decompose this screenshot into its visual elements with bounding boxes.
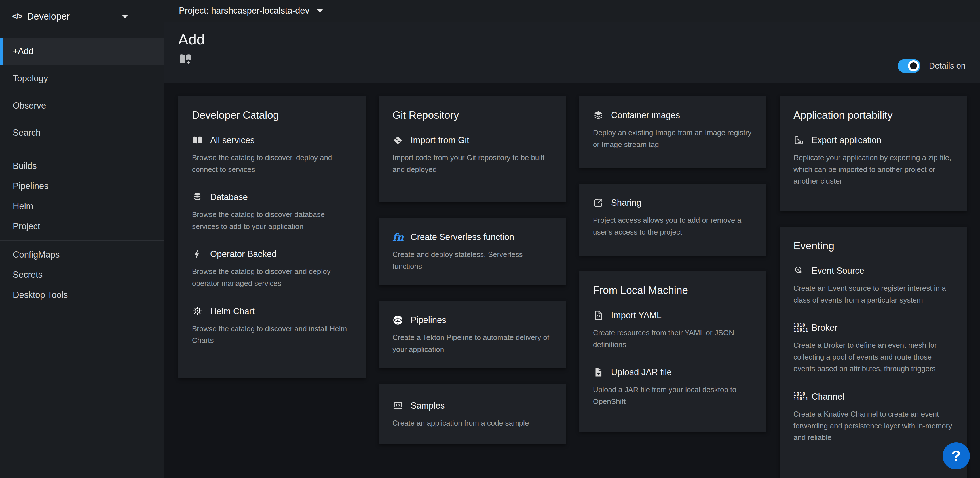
catalog-item-description: Create an Event source to register inter… [794,283,953,306]
catalog-item-samples[interactable]: SamplesCreate an application from a code… [393,400,552,429]
catalog-item-container-images[interactable]: Container imagesDeploy an existing Image… [593,110,753,151]
catalog-item-label: Export application [811,135,881,145]
catalog-item-channel[interactable]: 101011011ChannelCreate a Knative Channel… [794,391,953,444]
catalog-item-head: 101011011Broker [794,322,953,334]
sidebar-item-search[interactable]: Search [0,119,164,146]
catalog-item-head: All services [192,134,352,146]
catalog-item-upload-jar-file[interactable]: Upload JAR fileUpload a JAR file from yo… [593,366,753,407]
catalog-item-description: Create an application from a code sample [393,418,552,429]
sidebar-nav-group: BuildsPipelinesHelmProject [0,152,164,240]
catalog-item-label: Pipelines [410,315,446,325]
card-column: Container imagesDeploy an existing Image… [579,96,767,478]
layers-icon [593,110,605,121]
sidebar-nav-group: ConfigMapsSecretsDesktop Tools [0,240,164,309]
code-icon: </> [12,12,22,21]
catalog-item-create-serverless-function[interactable]: fnCreate Serverless functionCreate and d… [393,231,552,272]
chevron-down-icon [122,15,128,18]
catalog-item-head: Helm Chart [192,305,352,318]
catalog-item-description: Import code from your Git repository to … [393,152,552,175]
book-icon [192,134,204,146]
catalog-item-head: Upload JAR file [593,366,753,378]
catalog-item-label: Import YAML [611,310,662,321]
sidebar-item-secrets[interactable]: Secrets [0,265,164,285]
sidebar-item-add[interactable]: +Add [0,38,164,65]
share-icon [593,197,605,209]
card-title: Git Repository [393,110,552,121]
catalog-item-head: Export application [794,134,953,146]
helm-icon [192,305,204,318]
catalog-item-event-source[interactable]: Event SourceCreate an Event source to re… [794,265,953,306]
catalog-item-description: Browse the catalog to discover, deploy a… [192,152,352,175]
catalog-item-label: Helm Chart [210,306,255,316]
sidebar-nav-group: +AddTopologyObserveSearch [0,38,164,152]
card-create-serverless-function: fnCreate Serverless functionCreate and d… [379,218,566,285]
catalog-item-head: Sharing [593,197,753,209]
sidebar-nav: +AddTopologyObserveSearchBuildsPipelines… [0,33,164,309]
catalog-item-description: Browse the catalog to discover database … [192,209,352,232]
sidebar-item-builds[interactable]: Builds [0,156,164,176]
card-sharing: SharingProject access allows you to add … [579,184,767,256]
card-samples: SamplesCreate an application from a code… [379,384,566,444]
card-title: Eventing [794,240,953,252]
catalog-item-description: Create resources from their YAML or JSON… [593,327,753,351]
page-header-row: Details on [178,52,966,66]
sidebar-item-observe[interactable]: Observe [0,92,164,119]
catalog-item-head: fnCreate Serverless function [393,231,552,243]
catalog-item-label: Upload JAR file [611,367,672,377]
catalog-item-description: Browse the catalog to discover and insta… [192,323,352,346]
catalog-item-description: Create a Broker to define an event mesh … [794,340,953,375]
project-context-bar: Project: harshcasper-localsta-dev [164,0,980,22]
catalog-item-database[interactable]: DatabaseBrowse the catalog to discover d… [192,191,352,232]
card-git-repository: Git RepositoryImport from GitImport code… [379,96,566,202]
catalog-item-description: Create a Tekton Pipeline to automate del… [393,332,552,355]
catalog-item-import-from-git[interactable]: Import from GitImport code from your Git… [393,134,552,175]
catalog-item-description: Project access allows you to add or remo… [593,214,753,238]
catalog-item-broker[interactable]: 101011011BrokerCreate a Broker to define… [794,322,953,375]
card-application-portability: Application portabilityExport applicatio… [780,96,967,211]
sidebar-item-helm[interactable]: Helm [0,196,164,216]
book-plus-icon[interactable] [178,52,192,66]
catalog-item-label: Import from Git [410,135,469,145]
app-root: </> Developer +AddTopologyObserveSearchB… [0,0,980,478]
card-title: From Local Machine [593,284,753,296]
catalog-item-head: Operator Backed [192,248,352,260]
sidebar: </> Developer +AddTopologyObserveSearchB… [0,0,164,478]
chevron-down-icon [317,9,323,13]
card-pipelines: PipelinesCreate a Tekton Pipeline to aut… [379,301,566,368]
catalog-item-sharing[interactable]: SharingProject access allows you to add … [593,197,753,238]
catalog-item-operator-backed[interactable]: Operator BackedBrowse the catalog to dis… [192,248,352,289]
help-button[interactable]: ? [943,442,970,470]
card-container-images: Container imagesDeploy an existing Image… [579,96,767,168]
details-toggle[interactable] [898,59,920,73]
card-column: Git RepositoryImport from GitImport code… [379,96,566,478]
perspective-switcher[interactable]: </> Developer [0,0,164,33]
catalog-item-label: All services [210,135,255,145]
project-selector[interactable]: Project: harshcasper-localsta-dev [179,6,323,16]
catalog-item-pipelines[interactable]: PipelinesCreate a Tekton Pipeline to aut… [393,314,552,355]
project-selector-label: Project: harshcasper-localsta-dev [179,6,309,16]
catalog-item-description: Deploy an existing Image from an Image r… [593,127,753,151]
binary-icon: 101011011 [794,322,806,334]
card-column: Application portabilityExport applicatio… [780,96,967,478]
catalog-item-helm-chart[interactable]: Helm ChartBrowse the catalog to discover… [192,305,352,346]
card-developer-catalog: Developer CatalogAll servicesBrowse the … [178,96,366,378]
catalog-item-export-application[interactable]: Export applicationReplicate your applica… [794,134,953,187]
details-toggle-group: Details on [898,59,966,73]
catalog-item-head: Pipelines [393,314,552,326]
page-title: Add [178,31,966,48]
bolt-icon [192,248,204,260]
catalog-item-label: Samples [410,401,445,411]
catalog-item-description: Browse the catalog to discover and deplo… [192,266,352,289]
sidebar-item-desktop-tools[interactable]: Desktop Tools [0,285,164,305]
catalog-item-head: Import YAML [593,310,753,321]
sidebar-item-project[interactable]: Project [0,216,164,236]
catalog-item-all-services[interactable]: All servicesBrowse the catalog to discov… [192,134,352,175]
details-toggle-knob [908,60,919,71]
catalog-item-head: Container images [593,110,753,121]
catalog-item-label: Broker [811,323,837,333]
sidebar-item-configmaps[interactable]: ConfigMaps [0,245,164,265]
sidebar-item-pipelines[interactable]: Pipelines [0,176,164,196]
catalog-item-import-yaml[interactable]: Import YAMLCreate resources from their Y… [593,310,753,351]
sidebar-item-topology[interactable]: Topology [0,65,164,92]
catalog-item-label: Container images [611,110,680,121]
